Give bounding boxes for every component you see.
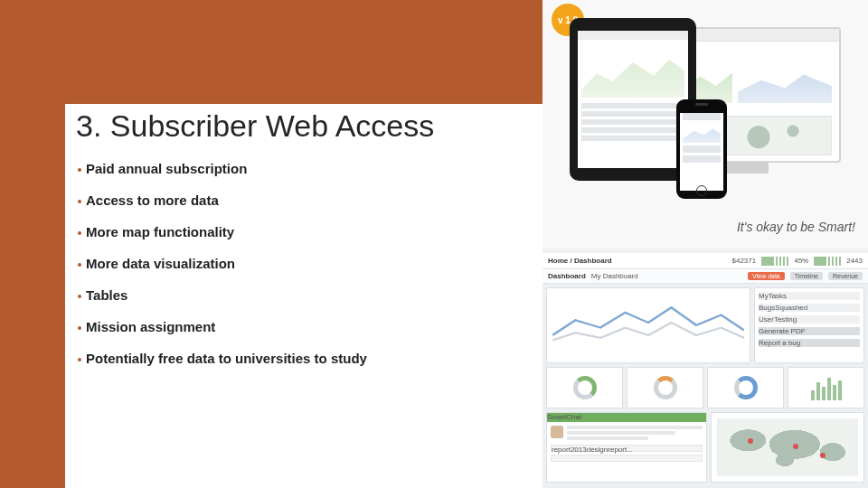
bullet-text: More map functionality [86, 224, 234, 239]
map-pin-icon [793, 444, 798, 449]
slide: 3. Subscriber Web Access Paid annual sub… [0, 0, 868, 488]
bullet-list: Paid annual subscription Access to more … [78, 161, 512, 382]
tagline-text: It's okay to be Smart! [737, 220, 855, 234]
generate-pdf-mock: Generate PDF [759, 327, 860, 335]
attachment-row: report2013designreport... [551, 445, 703, 452]
bullet-dot-icon [78, 295, 81, 298]
bullet-text: Access to more data [86, 192, 219, 208]
list-item: BugsSquashed [759, 304, 860, 312]
area-chart-mock [581, 43, 684, 98]
kpi-card [707, 367, 784, 408]
image-column: v 1.8 682.11 [542, 0, 868, 488]
bar-chart-icon [811, 375, 842, 400]
kpi-card [546, 367, 623, 408]
viewdata-pill: View data [748, 272, 785, 280]
side-list-panel: MyTasks BugsSquashed UserTesting Generat… [754, 287, 864, 363]
stat-value: 2443 [846, 257, 863, 265]
line-chart-panel [546, 287, 750, 363]
world-map-mock [717, 418, 858, 476]
stat-value: 45% [794, 257, 808, 265]
phone-mock [676, 99, 727, 199]
page-subtitle: My Dashboard [591, 272, 638, 280]
bullet-item: Access to more data [78, 192, 512, 208]
kpi-card [788, 367, 864, 408]
map-panel [711, 412, 864, 483]
bullet-text: Potentially free data to universities to… [86, 351, 367, 366]
sparkline-icon [761, 257, 788, 266]
bullet-text: Paid annual subscription [86, 161, 247, 176]
map-pin-icon [748, 438, 753, 444]
timeline-pill: Timeline [790, 272, 823, 280]
sparkline-icon [814, 257, 841, 266]
chat-panel: SmartChat report2013designreport... [546, 412, 707, 483]
revenue-pill: Revenue [828, 272, 863, 280]
bullet-text: Mission assignment [86, 319, 215, 334]
breadcrumb-bar: Home / Dashboard $42371 45% 2443 [542, 253, 868, 269]
bullet-item: More data visualization [78, 256, 512, 271]
device-group: 682.11 [570, 18, 841, 208]
bullet-text: Tables [86, 287, 127, 303]
dashboard-mock: Home / Dashboard $42371 45% 2443 Dashboa… [542, 253, 868, 488]
line-chart-mock [552, 297, 744, 348]
content-column: 3. Subscriber Web Access Paid annual sub… [0, 0, 542, 488]
kpi-row [542, 367, 868, 412]
chat-header: SmartChat [547, 413, 706, 422]
list-item: MyTasks [759, 292, 860, 300]
admin-dashboard-image: Home / Dashboard $42371 45% 2443 Dashboa… [542, 253, 868, 488]
donut-icon [573, 376, 597, 399]
bullet-item: Tables [78, 287, 512, 303]
bullet-dot-icon [78, 168, 81, 172]
bullet-dot-icon [78, 326, 81, 330]
devices-dashboard-image: v 1.8 682.11 [542, 0, 868, 249]
attachment-row [551, 455, 703, 462]
dashboard-body: MyTasks BugsSquashed UserTesting Generat… [542, 284, 868, 367]
chat-text [567, 426, 703, 442]
bullet-dot-icon [78, 200, 81, 203]
bullet-dot-icon [78, 358, 81, 361]
report-bug-mock: Report a bug [759, 339, 860, 347]
bullet-item: Potentially free data to universities to… [78, 351, 512, 366]
tablet-screen [578, 31, 688, 168]
map-pin-icon [820, 453, 826, 458]
bullet-text: More data visualization [86, 256, 235, 271]
subheader-bar: Dashboard My Dashboard View data Timelin… [542, 269, 868, 284]
table-rows-mock [578, 101, 688, 145]
bullet-dot-icon [78, 263, 81, 267]
donut-icon [654, 376, 677, 399]
donut-icon [734, 376, 758, 399]
breadcrumb: Home / Dashboard [548, 257, 612, 265]
stat-value: $42371 [731, 257, 756, 265]
kpi-card [627, 367, 703, 408]
list-item: UserTesting [759, 315, 860, 324]
chat-message [551, 426, 703, 442]
bullet-item: Mission assignment [78, 319, 512, 334]
header-stats: $42371 45% 2443 [731, 257, 863, 266]
bullet-item: Paid annual subscription [78, 161, 512, 176]
slide-title: 3. Subscriber Web Access [76, 108, 434, 144]
avatar [551, 426, 563, 438]
bottom-row: SmartChat report2013designreport... [542, 412, 868, 486]
phone-screen [680, 113, 723, 191]
bullet-item: More map functionality [78, 224, 512, 239]
bullet-dot-icon [78, 231, 81, 235]
page-title: Dashboard [548, 272, 586, 280]
